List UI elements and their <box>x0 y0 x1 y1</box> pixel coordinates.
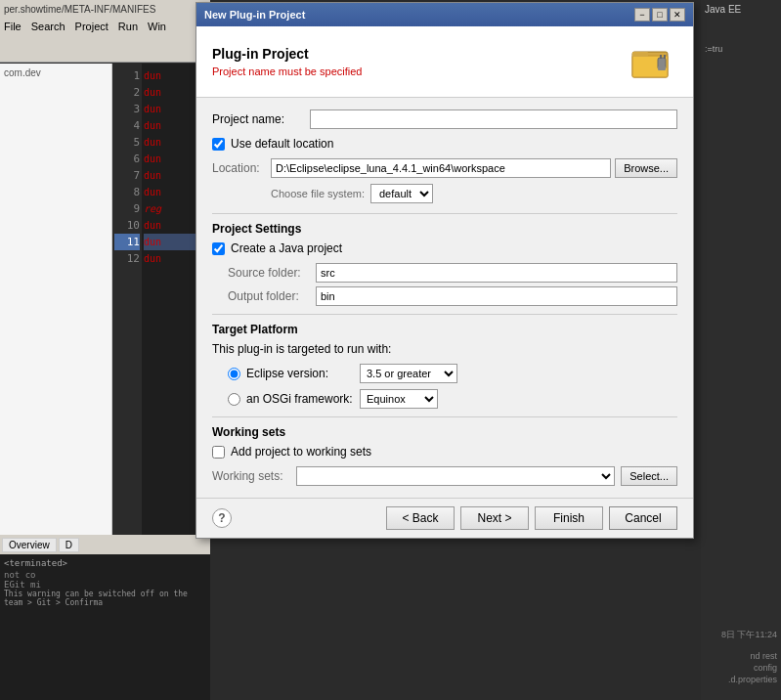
location-label: Location: <box>212 161 271 175</box>
output-folder-input[interactable] <box>316 286 677 306</box>
dialog-header: Plug-in Project Project name must be spe… <box>196 26 693 98</box>
svg-rect-5 <box>664 55 666 59</box>
working-sets-field-label: Working sets: <box>212 469 290 483</box>
cancel-button[interactable]: Cancel <box>609 506 677 530</box>
select-button[interactable]: Select... <box>621 466 677 486</box>
target-platform-header: Target Platform <box>212 323 677 336</box>
eclipse-version-radio[interactable] <box>228 368 240 380</box>
target-platform-desc: This plug-in is targeted to run with: <box>212 342 677 356</box>
dialog-title: New Plug-in Project <box>204 9 305 21</box>
use-default-label: Use default location <box>231 137 333 151</box>
svg-rect-6 <box>658 66 666 70</box>
plugin-project-icon <box>630 38 677 85</box>
dialog-footer: ? < Back Next > Finish Cancel <box>196 498 693 538</box>
new-plugin-dialog: New Plug-in Project − □ ✕ Plug-in Projec… <box>195 2 694 539</box>
svg-rect-2 <box>632 52 648 57</box>
close-button[interactable]: ✕ <box>670 8 685 22</box>
create-java-checkbox[interactable] <box>212 242 225 255</box>
project-settings-header: Project Settings <box>212 222 677 236</box>
output-folder-label: Output folder: <box>228 289 316 303</box>
location-input[interactable] <box>271 158 611 178</box>
filesystem-label: Choose file system: <box>271 188 365 199</box>
browse-button[interactable]: Browse... <box>615 158 677 178</box>
add-working-sets-label: Add project to working sets <box>231 445 371 459</box>
dialog-header-subtitle: Project name must be specified <box>212 66 362 77</box>
project-name-input[interactable] <box>310 109 677 129</box>
help-button[interactable]: ? <box>212 508 232 528</box>
project-name-label: Project name: <box>212 112 310 126</box>
working-sets-header: Working sets <box>212 425 677 439</box>
working-sets-select[interactable] <box>296 466 615 486</box>
finish-button[interactable]: Finish <box>535 506 603 530</box>
minimize-button[interactable]: − <box>634 8 650 22</box>
eclipse-version-select[interactable]: 3.5 or greater 3.4 3.3 <box>360 364 457 383</box>
maximize-button[interactable]: □ <box>652 8 668 22</box>
add-working-sets-checkbox[interactable] <box>212 446 225 459</box>
osgi-framework-select[interactable]: Equinox Felix <box>360 389 438 409</box>
back-button[interactable]: < Back <box>386 506 455 530</box>
next-button[interactable]: Next > <box>460 506 529 530</box>
svg-rect-4 <box>660 55 662 59</box>
source-folder-label: Source folder: <box>228 266 316 280</box>
source-folder-input[interactable] <box>316 263 677 283</box>
dialog-titlebar: New Plug-in Project − □ ✕ <box>196 3 693 26</box>
osgi-framework-radio-label: an OSGi framework: <box>246 392 354 406</box>
use-default-checkbox[interactable] <box>212 138 225 151</box>
filesystem-select[interactable]: default <box>370 184 433 203</box>
dialog-header-title: Plug-in Project <box>212 46 362 62</box>
create-java-label: Create a Java project <box>231 241 342 255</box>
eclipse-version-radio-label: Eclipse version: <box>246 367 354 380</box>
osgi-framework-radio[interactable] <box>228 393 240 406</box>
